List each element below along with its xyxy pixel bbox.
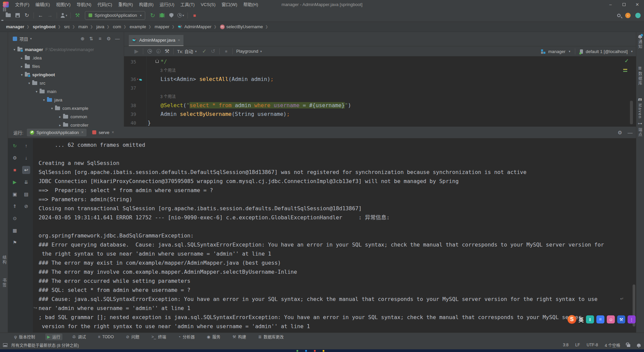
tree-row[interactable]: ▸ common [8, 113, 124, 121]
stripe-tab-bookmarks[interactable]: 书签 [1, 278, 7, 288]
console-action-icon[interactable]: ⇊ [22, 178, 30, 186]
tool-window-button[interactable]: ψ 版本控制 [12, 334, 37, 340]
tool-window-button[interactable]: ≡ TODO [96, 334, 116, 340]
editor-scrollbar[interactable] [630, 101, 633, 124]
console-action-icon[interactable]: ■ [11, 166, 19, 174]
console-action-icon[interactable]: ⊘ [22, 202, 30, 210]
console-action-icon[interactable]: ↩ [22, 166, 30, 174]
playground-select[interactable]: Playground [236, 49, 258, 54]
stripe-tab-endpoints[interactable]: ⊶ 端点 [636, 121, 644, 137]
console-action-icon[interactable]: ⚙ [11, 154, 19, 162]
console-action-icon[interactable]: ▣ [11, 190, 19, 198]
tool-window-button[interactable]: ⊘ 问题 [124, 334, 141, 340]
console-settings-button[interactable]: ⚒ [163, 47, 171, 55]
line-number[interactable]: 40 [124, 119, 136, 127]
breadcrumb-item[interactable]: m src ❯ [63, 24, 77, 29]
toolbox-icon[interactable]: ⚒ [617, 315, 625, 323]
notifications-bell-icon[interactable] [637, 344, 641, 347]
run-button[interactable]: ↻ [148, 11, 157, 19]
tree-chevron-icon[interactable]: ▾ [19, 73, 25, 77]
tree-row[interactable]: ▾ manager F:\Desktop\new\manager [8, 45, 124, 54]
menu-item[interactable]: 运行(U) [157, 0, 177, 9]
coverage-button[interactable] [167, 11, 176, 19]
indent-setting[interactable]: 4 个空格 [605, 342, 620, 348]
menu-item[interactable]: 视图(V) [53, 0, 73, 9]
menu-item[interactable]: 文件(F) [12, 0, 33, 9]
save-button[interactable] [13, 11, 22, 19]
panel-settings-button[interactable]: ⚙ [104, 35, 113, 42]
breadcrumb-item[interactable]: m java ❯ [95, 24, 111, 29]
console-action-icon[interactable]: ▦ [11, 226, 19, 234]
debug-button[interactable] [157, 11, 167, 19]
project-panel-title[interactable]: 项目 [19, 36, 28, 42]
console-action-icon[interactable]: ↑ [22, 142, 30, 150]
tree-row[interactable]: ▾ java [8, 96, 124, 104]
mic-icon[interactable]: ‖ [586, 315, 594, 323]
editor-tab-adminmapper[interactable]: AdminMapper.java × [129, 35, 183, 46]
line-number[interactable]: 39 [124, 110, 136, 119]
console-history-button[interactable] [145, 47, 154, 55]
tree-row[interactable]: ▸ files [8, 62, 124, 71]
menu-item[interactable]: 构建(B) [136, 0, 156, 9]
stripe-tab-structure[interactable]: 结构 [1, 255, 7, 265]
tree-row[interactable]: ▸ controller [8, 121, 124, 127]
info-stripe-mark[interactable] [623, 71, 627, 72]
tool-window-button[interactable]: ◔ 分析器 [176, 334, 197, 340]
tree-row[interactable]: ▾ src [8, 79, 124, 87]
hide-run-panel-button[interactable]: — [628, 130, 633, 135]
menu-item[interactable]: 导航(N) [73, 0, 94, 9]
console-stop-button[interactable]: ■ [222, 47, 230, 55]
schema-select[interactable]: manager [548, 49, 565, 54]
console-run-button[interactable]: ▶ [132, 47, 141, 55]
breadcrumb-item[interactable]: m springboot ❯ [32, 24, 63, 29]
tool-window-button[interactable]: ◉ 服务 [205, 334, 222, 340]
build-button[interactable]: ⚒ [73, 11, 82, 19]
tree-chevron-icon[interactable]: ▸ [19, 56, 25, 60]
menu-item[interactable]: 编辑(E) [33, 0, 53, 9]
console-action-icon[interactable]: ↻ [11, 142, 19, 150]
breadcrumb-item[interactable]: m main ❯ [77, 24, 95, 29]
line-number[interactable]: 38 [124, 101, 136, 110]
close-tab-icon[interactable]: × [178, 38, 180, 43]
stripe-tab-notifications[interactable]: 通知 [636, 35, 644, 49]
line-number[interactable] [124, 66, 136, 75]
tree-chevron-icon[interactable]: ▾ [11, 48, 17, 51]
expand-all-button[interactable]: ⇅ [87, 35, 96, 42]
breadcrumb-item[interactable]: m selectByUsername ❯ [219, 24, 270, 29]
commit-button[interactable]: ✓ [200, 47, 209, 55]
user-button[interactable]: ▾ [59, 11, 68, 19]
tree-chevron-icon[interactable]: ▸ [57, 115, 63, 119]
line-number[interactable]: 36 [124, 75, 136, 84]
unlock-icon[interactable] [627, 344, 630, 347]
line-number[interactable]: 37 [124, 84, 136, 92]
console-action-icon[interactable]: ▶ [11, 178, 19, 186]
tree-chevron-icon[interactable]: ▾ [41, 98, 47, 102]
emoji-icon[interactable]: ☺ [607, 315, 615, 323]
tree-row[interactable]: ▾ com.example [8, 104, 124, 113]
chevron-down-icon[interactable]: ▾ [30, 37, 32, 40]
console-action-icon[interactable]: ▤ [22, 190, 30, 198]
stripe-tab-database[interactable]: ≣ 数据库 [636, 67, 644, 86]
minimize-button[interactable]: – [604, 0, 617, 9]
forward-button[interactable]: → [45, 11, 55, 19]
menu-item[interactable]: 窗口(W) [219, 0, 240, 9]
menu-item[interactable]: 重构(R) [115, 0, 136, 9]
tree-chevron-icon[interactable]: ▾ [49, 106, 55, 110]
maximize-button[interactable] [617, 0, 631, 9]
breadcrumb-item[interactable]: m mapper ❯ [153, 24, 176, 29]
menu-item[interactable]: 代码(C) [94, 0, 115, 9]
run-tab[interactable]: serve × [89, 129, 117, 136]
stripe-tab-project[interactable]: 项目 [1, 3, 7, 12]
line-ending[interactable]: LF [575, 343, 580, 347]
close-button[interactable]: ✕ [631, 0, 644, 9]
menu-item[interactable]: 帮助(H) [240, 0, 261, 9]
run-tab[interactable]: SpringbootApplication × [27, 129, 87, 136]
usages-inlay-hint[interactable]: 3 个用法 [124, 92, 636, 101]
tx-mode-select[interactable]: Tx: 自动 [177, 48, 193, 54]
breadcrumb-item[interactable]: m AdminMapper ❯ [176, 24, 218, 29]
ide-status-icon[interactable] [635, 13, 641, 18]
run-settings-gear-icon[interactable]: ⚙ [618, 130, 622, 136]
tool-window-switcher-icon[interactable] [3, 343, 7, 347]
mybatis-gutter-icon[interactable] [139, 78, 144, 83]
file-encoding[interactable]: UTF-8 [587, 343, 598, 347]
